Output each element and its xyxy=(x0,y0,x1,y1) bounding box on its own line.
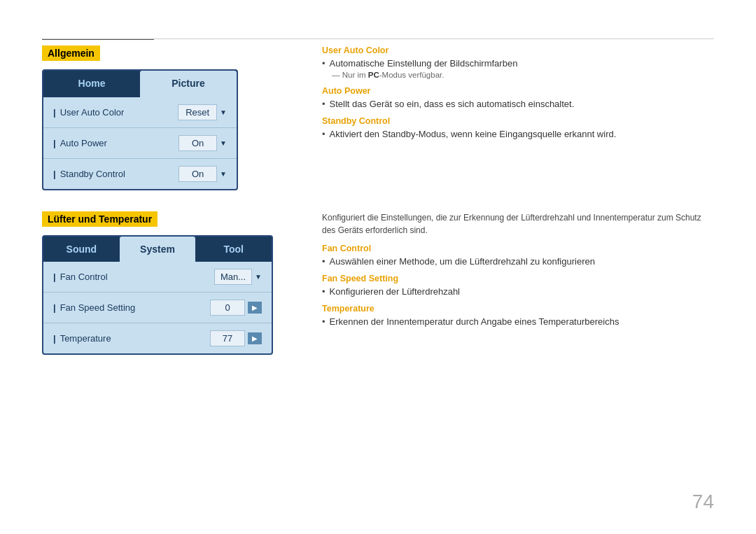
user-auto-color-arrow[interactable]: ▼ xyxy=(220,108,227,116)
fan-control-box: Man... xyxy=(214,269,252,285)
fan-menu-items: Fan Control Man... ▼ Fan Speed Setting 0… xyxy=(43,262,272,353)
desc-title-temperature: Temperature xyxy=(322,304,714,314)
desc-title-auto-power: Auto Power xyxy=(322,86,714,96)
allgemein-menu-items: User Auto Color Reset ▼ Auto Power On ▼ xyxy=(43,97,237,189)
pc-highlight: PC xyxy=(368,71,379,79)
desc-text-sc1: Aktiviert den Standby-Modus, wenn keine … xyxy=(330,129,617,139)
page-number: 74 xyxy=(692,491,714,513)
temperature-box: 77 xyxy=(210,330,245,346)
fan-speed-label: Fan Speed Setting xyxy=(53,302,135,313)
auto-power-arrow[interactable]: ▼ xyxy=(220,139,227,147)
desc-bullet-ap1: Stellt das Gerät so ein, dass es sich au… xyxy=(322,99,714,109)
menu-item-auto-power: Auto Power On ▼ xyxy=(43,128,237,159)
temperature-value[interactable]: 77 ▶ xyxy=(210,330,262,346)
temperature-label: Temperature xyxy=(53,333,111,344)
tab-system[interactable]: System xyxy=(120,237,196,262)
section2-left: Lüfter und Temperatur Sound System Tool … xyxy=(42,211,280,355)
desc-text-fc1: Auswählen einer Methode, um die Lüfterdr… xyxy=(330,256,595,267)
desc-bullet-uac1: Automatische Einstellung der Bildschirmf… xyxy=(322,58,714,69)
desc-bullet-fs1: Konfigurieren der Lüfterdrehzahl xyxy=(322,286,714,297)
desc-title-user-auto-color: User Auto Color xyxy=(322,45,714,55)
desc-title-fan-control: Fan Control xyxy=(322,244,714,253)
menu-item-standby-control: Standby Control On ▼ xyxy=(43,159,237,189)
top-rule xyxy=(42,38,714,39)
section1-right: User Auto Color Automatische Einstellung… xyxy=(322,45,714,190)
section2-luefter: Lüfter und Temperatur Sound System Tool … xyxy=(42,211,714,355)
desc-title-standby-control: Standby Control xyxy=(322,116,714,126)
user-auto-color-box: Reset xyxy=(178,104,217,120)
desc-text-ap1: Stellt das Gerät so ein, dass es sich au… xyxy=(330,99,575,109)
menu-item-fan-control: Fan Control Man... ▼ xyxy=(43,262,272,293)
desc-bullet-fc1: Auswählen einer Methode, um die Lüfterdr… xyxy=(322,256,714,267)
allgemein-tabs: Home Picture xyxy=(43,71,237,97)
page: Allgemein Home Picture User Auto Color R… xyxy=(0,0,756,534)
fan-tabs: Sound System Tool xyxy=(43,237,272,262)
fan-control-arrow[interactable]: ▼ xyxy=(255,273,262,281)
fan-speed-box: 0 xyxy=(210,300,245,316)
desc-text-temp1: Erkennen der Innentemperatur durch Angab… xyxy=(330,316,620,327)
standby-control-arrow[interactable]: ▼ xyxy=(220,170,227,178)
luefter-menu: Sound System Tool Fan Control Man... ▼ xyxy=(42,235,273,355)
tab-home[interactable]: Home xyxy=(43,71,140,97)
tab-tool[interactable]: Tool xyxy=(195,237,272,262)
allgemein-menu: Home Picture User Auto Color Reset ▼ xyxy=(42,69,238,190)
standby-control-box: On xyxy=(178,166,217,182)
tab-picture[interactable]: Picture xyxy=(140,71,237,97)
section1-title: Allgemein xyxy=(42,45,100,61)
temperature-right-arrow[interactable]: ▶ xyxy=(248,332,262,344)
auto-power-label: Auto Power xyxy=(53,138,107,148)
desc-sub-uac: Nur im PC-Modus verfügbar. xyxy=(332,71,714,79)
menu-item-fan-speed: Fan Speed Setting 0 ▶ xyxy=(43,293,272,323)
fan-control-value[interactable]: Man... ▼ xyxy=(214,269,262,285)
auto-power-value[interactable]: On ▼ xyxy=(178,135,227,151)
section2-right: Konfiguriert die Einstellungen, die zur … xyxy=(322,211,714,355)
menu-item-temperature: Temperature 77 ▶ xyxy=(43,323,272,353)
auto-power-box: On xyxy=(178,135,217,151)
section1-left: Allgemein Home Picture User Auto Color R… xyxy=(42,45,280,190)
standby-control-label: Standby Control xyxy=(53,169,125,179)
desc-bullet-temp1: Erkennen der Innentemperatur durch Angab… xyxy=(322,316,714,327)
desc-text-uac1: Automatische Einstellung der Bildschirmf… xyxy=(330,58,518,69)
desc-text-fs1: Konfigurieren der Lüfterdrehzahl xyxy=(330,286,460,297)
section2-title: Lüfter und Temperatur xyxy=(42,211,158,227)
standby-control-value[interactable]: On ▼ xyxy=(178,166,227,182)
section1-allgemein: Allgemein Home Picture User Auto Color R… xyxy=(42,45,714,190)
desc-title-fan-speed: Fan Speed Setting xyxy=(322,274,714,283)
menu-item-user-auto-color: User Auto Color Reset ▼ xyxy=(43,97,237,128)
fan-speed-right-arrow[interactable]: ▶ xyxy=(248,302,262,314)
section2-intro: Konfiguriert die Einstellungen, die zur … xyxy=(322,211,714,237)
user-auto-color-label: User Auto Color xyxy=(53,107,124,118)
user-auto-color-value[interactable]: Reset ▼ xyxy=(178,104,227,120)
fan-speed-value[interactable]: 0 ▶ xyxy=(210,300,262,316)
tab-sound[interactable]: Sound xyxy=(43,237,120,262)
fan-control-label: Fan Control xyxy=(53,272,108,282)
sections-wrapper: Allgemein Home Picture User Auto Color R… xyxy=(42,45,714,355)
desc-bullet-sc1: Aktiviert den Standby-Modus, wenn keine … xyxy=(322,129,714,139)
